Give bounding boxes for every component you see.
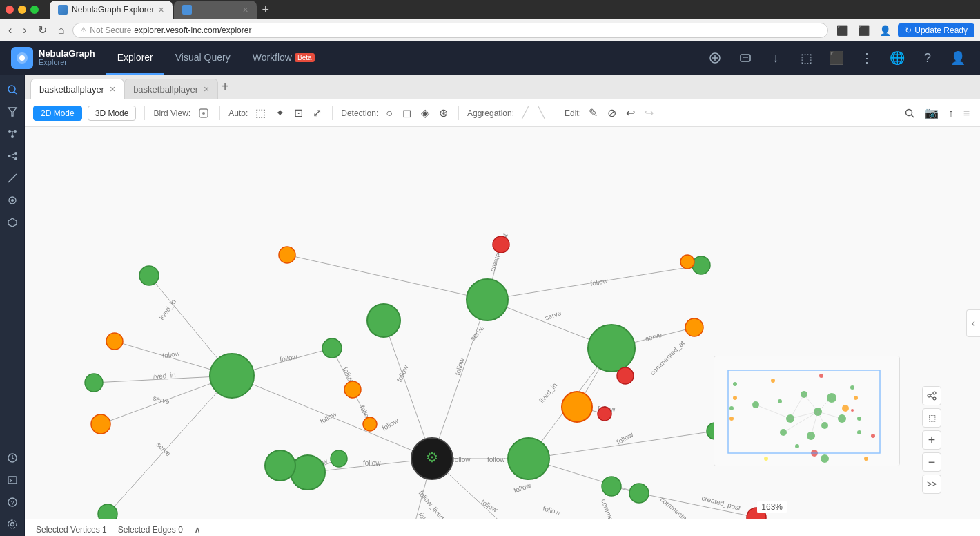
- status-bar: Selected Vertices 1 Selected Edges 0 ∧: [25, 519, 980, 536]
- header-action-4[interactable]: ⬚: [795, 47, 817, 69]
- svg-point-165: [733, 396, 737, 400]
- sidebar-history-btn[interactable]: [3, 448, 22, 468]
- minimap-zoom-out-btn[interactable]: −: [922, 452, 941, 472]
- edit-btn-2[interactable]: ⊘: [605, 104, 618, 122]
- header-action-1[interactable]: [704, 47, 726, 69]
- canvas-tab-1[interactable]: basketballplayer ×: [30, 79, 124, 99]
- auto-btn-1[interactable]: ⬚: [253, 104, 268, 122]
- sidebar-path-btn[interactable]: [3, 169, 22, 188]
- extension-btn-2[interactable]: ⬛: [855, 23, 872, 37]
- svg-point-133: [344, 381, 361, 398]
- canvas-area: basketballplayer × basketballplayer × + …: [25, 75, 980, 536]
- traffic-light-red[interactable]: [6, 6, 14, 14]
- nav-item-workflow[interactable]: Workflow Beta: [242, 41, 326, 75]
- traffic-light-yellow[interactable]: [18, 6, 26, 14]
- svg-line-36: [384, 320, 432, 459]
- svg-point-167: [729, 417, 734, 421]
- bird-view-toggle[interactable]: [196, 106, 211, 121]
- header-action-5[interactable]: ⬛: [825, 47, 847, 69]
- list-btn[interactable]: ≡: [961, 105, 972, 122]
- address-bar[interactable]: ⚠ Not Secure explorer.vesoft-inc.com/exp…: [72, 23, 828, 38]
- sidebar-filter-btn[interactable]: [3, 102, 22, 122]
- header-globe-btn[interactable]: 🌐: [886, 47, 908, 69]
- svg-point-126: [139, 266, 159, 285]
- mode-3d-button[interactable]: 3D Mode: [88, 106, 137, 121]
- extension-btn-1[interactable]: ⬛: [834, 23, 851, 37]
- svg-text:serve: serve: [645, 331, 663, 343]
- svg-point-134: [363, 417, 377, 431]
- aggregation-btn-1[interactable]: ╱: [520, 104, 531, 122]
- svg-point-127: [106, 333, 123, 350]
- detection-btn-4[interactable]: ⊛: [437, 104, 450, 122]
- minimap-graph-icon-btn[interactable]: [922, 386, 941, 405]
- add-canvas-tab-button[interactable]: +: [221, 79, 229, 95]
- nav-item-explorer[interactable]: Explorer: [106, 41, 164, 75]
- header-help-btn[interactable]: ?: [917, 47, 939, 69]
- mode-2d-button[interactable]: 2D Mode: [33, 106, 82, 121]
- back-button[interactable]: ‹: [6, 23, 14, 38]
- header-action-3[interactable]: ↓: [765, 47, 787, 69]
- sidebar-settings-btn[interactable]: [3, 515, 22, 534]
- undo-btn[interactable]: ↩: [624, 104, 637, 122]
- detection-btn-2[interactable]: ◻: [400, 104, 413, 122]
- svg-point-139: [617, 367, 634, 384]
- search-graph-btn[interactable]: [902, 106, 917, 121]
- header-action-2[interactable]: [734, 47, 756, 69]
- sidebar-console-btn[interactable]: [3, 470, 22, 490]
- sidebar-share-btn[interactable]: [3, 146, 22, 166]
- home-button[interactable]: ⌂: [55, 23, 68, 38]
- update-ready-button[interactable]: ↻ Update Ready: [898, 23, 974, 37]
- sidebar-layout-btn[interactable]: [3, 124, 22, 144]
- svg-text:follow: follow: [279, 353, 298, 363]
- svg-point-164: [733, 382, 737, 386]
- minimap-expand-btn[interactable]: ⬚: [922, 408, 941, 428]
- minimap-zoom-in-btn[interactable]: +: [922, 430, 941, 450]
- traffic-light-green[interactable]: [30, 6, 39, 14]
- header-user-btn[interactable]: 👤: [947, 47, 969, 69]
- export-btn[interactable]: ↑: [946, 105, 956, 122]
- minimap-collapse-btn[interactable]: >>: [922, 475, 941, 494]
- svg-point-153: [680, 255, 694, 269]
- sidebar-schema-btn[interactable]: [3, 213, 22, 232]
- profile-btn[interactable]: 👤: [876, 23, 894, 37]
- sidebar-help-btn[interactable]: ?: [3, 492, 22, 512]
- tab-close-active[interactable]: ×: [158, 4, 164, 15]
- svg-line-8: [14, 92, 17, 94]
- auto-btn-4[interactable]: ⤢: [311, 104, 324, 122]
- detection-btn-3[interactable]: ◈: [419, 104, 431, 122]
- detection-btn-1[interactable]: ○: [384, 105, 395, 122]
- canvas-tab-2-close[interactable]: ×: [204, 84, 209, 95]
- svg-line-188: [818, 412, 842, 419]
- canvas-tab-1-close[interactable]: ×: [110, 84, 115, 95]
- tab-close-inactive[interactable]: ×: [242, 4, 248, 15]
- auto-btn-3[interactable]: ⊡: [292, 104, 305, 122]
- camera-btn[interactable]: 📷: [923, 104, 941, 122]
- svg-text:serve: serve: [155, 441, 173, 458]
- graph-nodes[interactable]: ⚙: [85, 236, 766, 519]
- right-panel-toggle[interactable]: ‹: [966, 309, 980, 337]
- bird-view-label: Bird View:: [153, 108, 190, 118]
- new-tab-button[interactable]: +: [258, 3, 274, 17]
- redo-btn[interactable]: ↪: [643, 104, 656, 122]
- browser-toolbar: ‹ › ↻ ⌂ ⚠ Not Secure explorer.vesoft-inc…: [0, 19, 980, 41]
- nav-item-visual-query[interactable]: Visual Query: [164, 41, 242, 75]
- aggregation-btn-2[interactable]: ╲: [536, 104, 547, 122]
- svg-text:follow: follow: [453, 456, 471, 463]
- edit-btn-1[interactable]: ✎: [587, 104, 600, 122]
- toolbar-sep-1: [144, 106, 145, 120]
- minimap[interactable]: [714, 356, 900, 466]
- forward-button[interactable]: ›: [20, 23, 29, 38]
- sidebar-search-btn[interactable]: [3, 80, 22, 99]
- graph-canvas[interactable]: follow follow follow follow follow follo…: [25, 127, 980, 519]
- refresh-button[interactable]: ↻: [35, 22, 50, 38]
- status-expand-btn[interactable]: ∧: [194, 524, 201, 535]
- canvas-tab-2[interactable]: basketballplayer ×: [124, 79, 218, 99]
- svg-point-135: [692, 256, 710, 274]
- browser-tab-inactive[interactable]: ×: [174, 1, 257, 19]
- sidebar-algo-btn[interactable]: [3, 191, 22, 210]
- svg-line-18: [10, 154, 14, 155]
- svg-text:created_post: created_post: [700, 494, 741, 512]
- header-action-6[interactable]: ⋮: [856, 47, 878, 69]
- auto-btn-2[interactable]: ✦: [273, 104, 286, 122]
- browser-tab-active[interactable]: NebulaGraph Explorer ×: [50, 1, 173, 19]
